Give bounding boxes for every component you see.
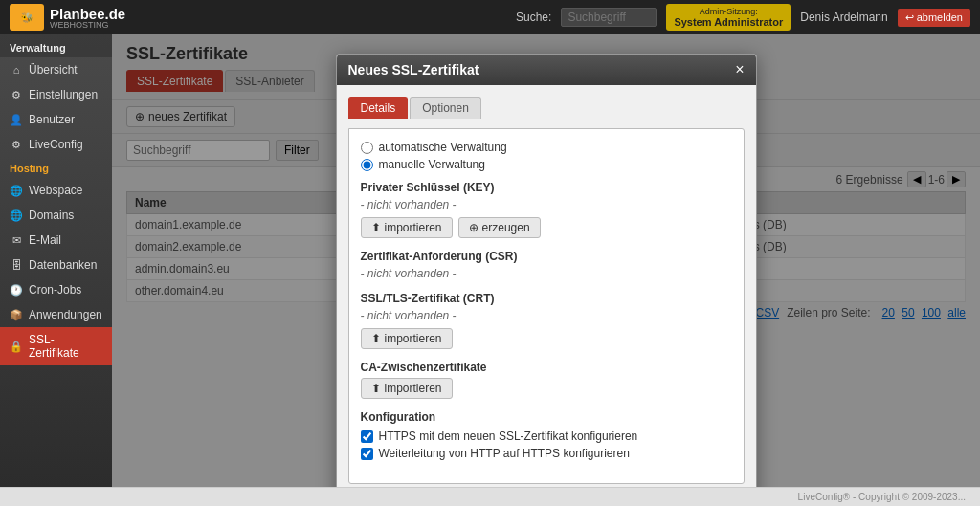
checkbox-https-input[interactable] [361,430,373,443]
radio-manual-input[interactable] [361,159,373,171]
import-crt-button[interactable]: ⬆ importieren [361,328,453,349]
modal-dialog: Neues SSL-Zertifikat × Details Optionen … [336,54,757,487]
search-label: Suche: [516,11,551,24]
modal-close-button[interactable]: × [735,62,744,77]
crt-btns: ⬆ importieren [361,328,732,349]
sidebar-item-datenbanken[interactable]: 🗄 Datenbanken [0,253,112,277]
modal-title: Neues SSL-Zertifikat [348,62,479,77]
sidebar-label-anwendungen: Anwendungen [29,308,102,321]
sidebar-item-einstellungen[interactable]: ⚙ Einstellungen [0,82,112,107]
sidebar-item-webspace[interactable]: 🌐 Webspace [0,178,112,203]
generate-icon: ⊕ [469,221,479,234]
topbar-right: Suche: Admin-Sitzung: System Administrat… [516,4,970,31]
sidebar-label-benutzer: Benutzer [29,113,75,126]
konfiguration-label: Konfiguration [361,410,732,424]
import-crt-icon: ⬆ [371,332,381,345]
email-icon: ✉ [10,234,23,247]
liveconfig-icon: ⚙ [10,139,23,151]
topbar: 🐝 Planbee.de WEBHOSTING Suche: Admin-Sit… [0,0,980,34]
checkbox-https-label: HTTPS mit dem neuen SSL-Zertifikat konfi… [379,429,638,443]
modal-body: Details Optionen automatische Verwaltung… [337,85,756,487]
hosting-section: Hosting [0,157,112,178]
import-key-button[interactable]: ⬆ importieren [361,217,453,238]
admin-session-label: Admin-Sitzung: [674,7,783,16]
crt-label: SSL/TLS-Zertifikat (CRT) [361,292,732,305]
ca-label: CA-Zwischenzertifikate [361,361,732,374]
import-ca-button[interactable]: ⬆ importieren [361,378,453,399]
generate-key-button[interactable]: ⊕ erzeugen [458,217,541,238]
checkbox-redirect: Weiterleitung von HTTP auf HTTPS konfigu… [361,447,732,460]
radio-auto: automatische Verwaltung [361,141,732,154]
checkbox-redirect-label: Weiterleitung von HTTP auf HTTPS konfigu… [379,447,630,460]
modal-overlay: Neues SSL-Zertifikat × Details Optionen … [112,34,980,487]
csr-section: Zertifikat-Anforderung (CSR) - nicht vor… [361,250,732,280]
radio-group: automatische Verwaltung manuelle Verwalt… [361,141,732,171]
cron-icon: 🕐 [10,284,23,297]
logo: 🐝 Planbee.de WEBHOSTING [10,4,125,31]
logout-label: abmelden [917,11,963,23]
modal-header: Neues SSL-Zertifikat × [337,55,756,85]
admin-session-badge: Admin-Sitzung: System Administrator [666,4,791,31]
user-name: Denis Ardelmann [800,11,887,24]
logo-name: Planbee.de [50,6,125,22]
main-layout: Verwaltung ⌂ Übersicht ⚙ Einstellungen 👤… [0,34,980,487]
sidebar-label-liveconfig: LiveConfig [29,138,83,151]
sidebar-label-datenbanken: Datenbanken [29,258,97,272]
radio-auto-label: automatische Verwaltung [379,141,507,154]
private-key-btns: ⬆ importieren ⊕ erzeugen [361,217,732,238]
modal-tab-bar: Details Optionen [348,97,745,119]
user-icon: 👤 [10,114,23,126]
logout-icon: ↩ [905,11,914,24]
csr-empty: - nicht vorhanden - [361,267,732,280]
private-key-empty: - nicht vorhanden - [361,198,732,211]
db-icon: 🗄 [10,259,23,271]
modal-tab-details[interactable]: Details [348,97,409,119]
domains-icon: 🌐 [10,209,23,222]
checkbox-redirect-input[interactable] [361,448,373,460]
private-key-section: Privater Schlüssel (KEY) - nicht vorhand… [361,181,732,238]
radio-auto-input[interactable] [361,142,373,154]
sidebar-label-uebersicht: Übersicht [29,63,78,77]
import-icon: ⬆ [371,221,381,234]
ca-section: CA-Zwischenzertifikate ⬆ importieren [361,361,732,399]
sidebar-item-benutzer[interactable]: 👤 Benutzer [0,107,112,132]
sidebar-label-domains: Domains [29,209,74,222]
radio-manual: manuelle Verwaltung [361,158,732,171]
sidebar-item-anwendungen[interactable]: 📦 Anwendungen [0,302,112,327]
crt-section: SSL/TLS-Zertifikat (CRT) - nicht vorhand… [361,292,732,349]
sidebar-item-cronjobs[interactable]: 🕐 Cron-Jobs [0,277,112,302]
ssl-icon: 🔒 [10,341,23,353]
webspace-icon: 🌐 [10,185,23,197]
sidebar-item-uebersicht[interactable]: ⌂ Übersicht [0,57,112,82]
verwaltung-section: Verwaltung [0,34,112,57]
modal-tab-optionen[interactable]: Optionen [410,97,481,119]
ca-btns: ⬆ importieren [361,378,732,399]
sidebar-item-ssl[interactable]: 🔒 SSL-Zertifikate [0,327,112,365]
sidebar-item-domains[interactable]: 🌐 Domains [0,203,112,228]
import-ca-label: importieren [385,382,442,395]
sidebar-label-einstellungen: Einstellungen [29,88,98,101]
import-crt-label: importieren [385,332,442,345]
footer-bar: LiveConfig® - Copyright © 2009-2023... [0,487,980,506]
logo-icon: 🐝 [10,4,44,31]
sidebar-label-email: E-Mail [29,233,61,247]
settings-icon: ⚙ [10,89,23,101]
sidebar-label-cronjobs: Cron-Jobs [29,283,81,297]
sidebar-label-webspace: Webspace [29,184,82,197]
checkbox-group: HTTPS mit dem neuen SSL-Zertifikat konfi… [361,429,732,460]
logout-button[interactable]: ↩ abmelden [898,9,970,27]
admin-session-name: System Administrator [674,16,783,28]
sidebar-item-email[interactable]: ✉ E-Mail [0,228,112,253]
csr-label: Zertifikat-Anforderung (CSR) [361,250,732,263]
logo-text-block: Planbee.de WEBHOSTING [50,6,125,30]
import-key-label: importieren [385,221,442,234]
footer-text: LiveConfig® - Copyright © 2009-2023... [798,492,966,502]
topbar-search-input[interactable] [561,8,657,27]
sidebar-label-ssl: SSL-Zertifikate [29,333,102,360]
konfiguration-section: Konfiguration HTTPS mit dem neuen SSL-Ze… [361,410,732,460]
sidebar-item-liveconfig[interactable]: ⚙ LiveConfig [0,132,112,157]
crt-empty: - nicht vorhanden - [361,309,732,322]
checkbox-https: HTTPS mit dem neuen SSL-Zertifikat konfi… [361,429,732,443]
generate-label: erzeugen [482,221,530,234]
radio-manual-label: manuelle Verwaltung [379,158,485,171]
